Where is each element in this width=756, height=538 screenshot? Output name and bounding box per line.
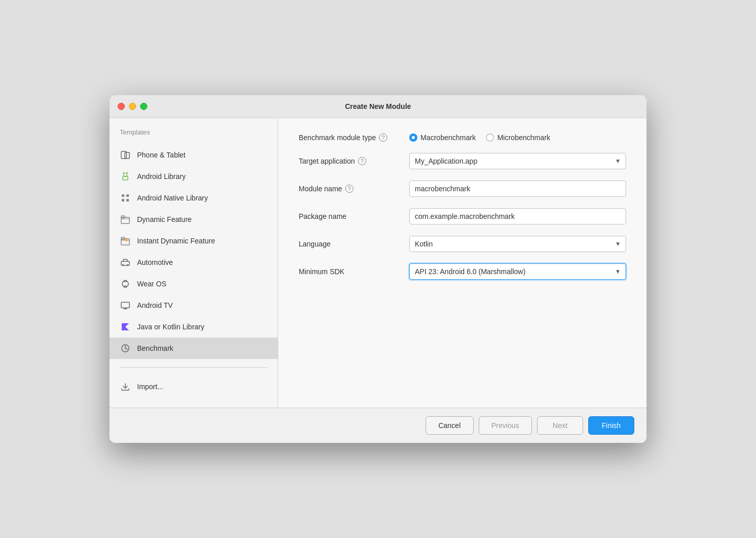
next-button[interactable]: Next — [537, 416, 583, 435]
dialog-footer: Cancel Previous Next Finish — [109, 408, 647, 443]
benchmark-type-radio-group: Macrobenchmark Microbenchmark — [409, 133, 550, 142]
automotive-icon — [120, 257, 131, 268]
min-sdk-select-wrapper: API 23: Android 6.0 (Marshmallow) API 21… — [409, 263, 626, 280]
sidebar-item-automotive[interactable]: Automotive — [109, 252, 278, 273]
target-app-help-icon[interactable]: ? — [358, 157, 366, 165]
macrobenchmark-option[interactable]: Macrobenchmark — [409, 133, 476, 142]
language-label: Language — [299, 240, 401, 248]
macrobenchmark-label: Macrobenchmark — [420, 133, 476, 142]
sidebar-item-android-native[interactable]: Android Native Library — [109, 187, 278, 209]
svg-rect-20 — [121, 302, 129, 308]
svg-rect-9 — [126, 199, 129, 201]
svg-rect-6 — [122, 194, 124, 197]
svg-rect-13 — [121, 237, 125, 239]
sidebar-item-kotlin-library[interactable]: Java or Kotlin Library — [109, 316, 278, 338]
target-app-label: Target application ? — [299, 157, 401, 165]
benchmark-icon — [120, 343, 131, 354]
tv-icon — [120, 300, 131, 311]
min-sdk-row: Minimum SDK API 23: Android 6.0 (Marshma… — [299, 263, 626, 280]
sidebar-item-android-library[interactable]: Android Library — [109, 166, 278, 187]
sidebar-item-benchmark-label: Benchmark — [137, 344, 173, 352]
sidebar-item-android-native-label: Android Native Library — [137, 194, 208, 202]
module-name-row: Module name ? — [299, 181, 626, 197]
sidebar-item-android-tv[interactable]: Android TV — [109, 295, 278, 316]
target-app-row: Target application ? My_Application.app … — [299, 153, 626, 169]
sidebar-heading: Templates — [109, 128, 278, 144]
sidebar-item-dynamic-feature[interactable]: Dynamic Feature — [109, 209, 278, 230]
svg-rect-8 — [126, 194, 129, 197]
sidebar-item-android-tv-label: Android TV — [137, 301, 173, 309]
finish-button[interactable]: Finish — [588, 416, 634, 435]
svg-rect-7 — [122, 199, 124, 201]
package-name-label: Package name — [299, 212, 401, 220]
language-select[interactable]: Kotlin Java — [409, 236, 626, 252]
svg-point-16 — [127, 264, 128, 266]
language-select-wrapper: Kotlin Java ▼ — [409, 236, 626, 252]
sidebar-item-instant-dynamic[interactable]: Instant Dynamic Feature — [109, 230, 278, 252]
cancel-button[interactable]: Cancel — [426, 416, 474, 435]
sidebar-item-instant-dynamic-label: Instant Dynamic Feature — [137, 237, 215, 245]
close-button[interactable] — [118, 103, 125, 110]
svg-point-15 — [122, 264, 124, 266]
minimize-button[interactable] — [129, 103, 136, 110]
create-new-module-dialog: Create New Module Templates Phone & Tabl… — [109, 95, 647, 443]
microbenchmark-label: Microbenchmark — [497, 133, 550, 142]
microbenchmark-option[interactable]: Microbenchmark — [486, 133, 550, 142]
package-name-row: Package name — [299, 208, 626, 225]
sidebar-item-wear-os-label: Wear OS — [137, 280, 166, 288]
benchmark-type-help-icon[interactable]: ? — [379, 133, 387, 142]
sidebar-item-android-library-label: Android Library — [137, 172, 186, 181]
main-content: Benchmark module type ? Macrobenchmark M… — [278, 118, 647, 408]
title-bar: Create New Module — [109, 95, 647, 118]
sidebar-item-phone-tablet-label: Phone & Tablet — [137, 151, 186, 159]
android-library-icon — [120, 171, 131, 182]
package-name-input[interactable] — [409, 208, 626, 225]
maximize-button[interactable] — [140, 103, 147, 110]
sidebar-item-phone-tablet[interactable]: Phone & Tablet — [109, 144, 278, 166]
language-row: Language Kotlin Java ▼ — [299, 236, 626, 252]
sidebar-item-kotlin-library-label: Java or Kotlin Library — [137, 323, 205, 331]
svg-rect-12 — [121, 239, 129, 245]
dialog-body: Templates Phone & Tablet — [109, 118, 647, 408]
svg-rect-11 — [121, 216, 125, 218]
dialog-title: Create New Module — [345, 102, 411, 110]
phone-tablet-icon — [120, 149, 131, 161]
svg-marker-23 — [122, 323, 129, 330]
traffic-lights — [118, 103, 147, 110]
sidebar-item-wear-os[interactable]: Wear OS — [109, 273, 278, 295]
native-icon — [120, 192, 131, 204]
wear-icon — [120, 278, 131, 289]
instant-icon — [120, 235, 131, 246]
benchmark-type-row: Benchmark module type ? Macrobenchmark M… — [299, 133, 626, 142]
dynamic-icon — [120, 214, 131, 225]
kotlin-icon — [120, 321, 131, 332]
svg-rect-10 — [121, 217, 129, 223]
svg-rect-1 — [125, 152, 129, 159]
benchmark-type-label: Benchmark module type ? — [299, 133, 401, 142]
svg-line-3 — [123, 172, 124, 173]
svg-line-4 — [127, 172, 128, 173]
sidebar: Templates Phone & Tablet — [109, 118, 278, 408]
module-name-input[interactable] — [409, 181, 626, 197]
previous-button[interactable]: Previous — [479, 416, 532, 435]
min-sdk-select[interactable]: API 23: Android 6.0 (Marshmallow) API 21… — [409, 263, 626, 280]
module-name-help-icon[interactable]: ? — [345, 185, 353, 193]
macrobenchmark-radio[interactable] — [409, 133, 417, 142]
microbenchmark-radio[interactable] — [486, 133, 494, 142]
sidebar-item-import[interactable]: Import... — [109, 376, 278, 397]
sidebar-item-benchmark[interactable]: Benchmark — [109, 338, 278, 359]
target-app-select-wrapper: My_Application.app ▼ — [409, 153, 626, 169]
module-name-label: Module name ? — [299, 185, 401, 193]
sidebar-item-dynamic-feature-label: Dynamic Feature — [137, 215, 192, 223]
import-icon — [120, 381, 131, 392]
min-sdk-label: Minimum SDK — [299, 267, 401, 276]
target-app-select[interactable]: My_Application.app — [409, 153, 626, 169]
sidebar-item-import-label: Import... — [137, 383, 163, 391]
sidebar-item-automotive-label: Automotive — [137, 258, 173, 266]
sidebar-divider — [120, 367, 268, 368]
